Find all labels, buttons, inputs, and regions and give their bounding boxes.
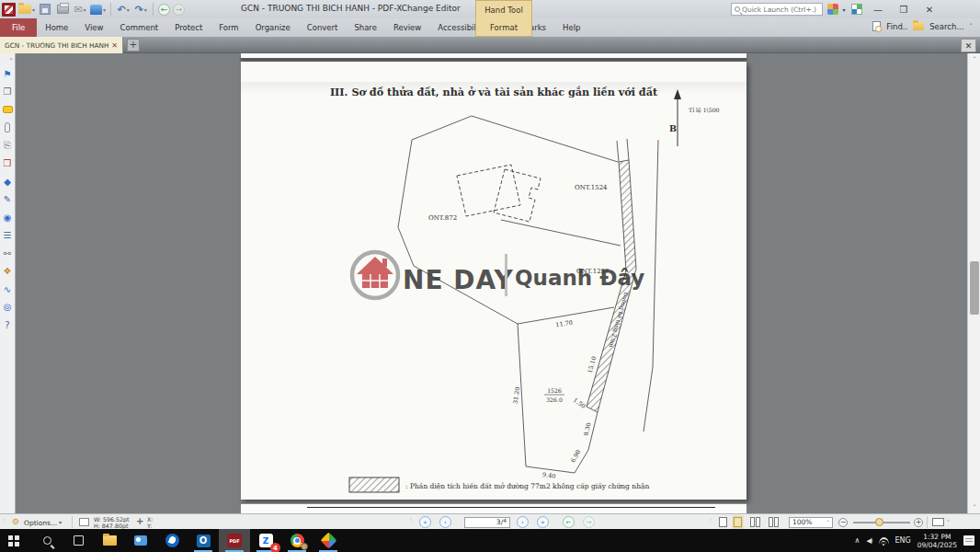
menu-review[interactable]: Review [385,18,429,37]
previous-page-button[interactable]: ‹ [439,516,451,528]
undo-button[interactable]: ↶▾ [116,2,131,17]
signatures-pane-icon[interactable]: ∿ [2,283,14,295]
menu-convert[interactable]: Convert [299,18,347,37]
quick-launch-input[interactable] [742,6,817,14]
comment-bubble-icon [3,106,13,113]
email-button[interactable]: ✉▾ [73,2,87,17]
cursor-position-icon: + [136,516,143,526]
blue-circle-app-button[interactable] [156,529,188,552]
fit-page-button[interactable] [932,518,944,526]
sidebar-collapse-icon[interactable]: « [9,55,13,62]
clock[interactable]: 1:32 PM09/04/2025 [917,533,957,549]
first-page-button[interactable]: « [419,516,431,528]
menu-protect[interactable]: Protect [166,18,211,37]
menu-view[interactable]: View [76,18,111,37]
task-view-button[interactable] [63,529,94,552]
destinations-pane-icon[interactable]: ◉ [2,212,14,224]
launcher-button[interactable] [849,2,864,17]
options-dropdown-icon[interactable]: ▾ [59,519,62,525]
outlook-button[interactable]: O [188,529,219,552]
ribbon-collapse-chevron[interactable]: ˅ [970,23,974,30]
chrome-button[interactable] [281,529,313,552]
last-page-button[interactable]: » [537,516,549,528]
search-button[interactable]: Search... [929,22,963,31]
options-button[interactable]: Options... [24,519,57,527]
view-back-button[interactable]: ← [563,516,575,528]
export-pane-icon[interactable]: ⎘ [2,140,14,152]
menu-comment[interactable]: Comment [112,18,167,37]
action-center-icon[interactable] [963,535,974,546]
wifi-icon[interactable] [879,537,889,545]
app-logo-icon[interactable] [2,3,16,17]
vertical-scrollbar[interactable]: ˄ ˅ [967,53,980,513]
redo-button[interactable]: ↷▾ [133,2,148,17]
start-button[interactable] [0,529,31,552]
page-number-field[interactable]: 3/4 [464,517,510,528]
taskbar-search-button[interactable] [31,529,63,552]
people-app-button[interactable] [125,529,156,552]
find-button[interactable]: Find.. [886,22,907,31]
save-button[interactable] [38,2,52,17]
zalo-button[interactable]: Z4 [250,529,281,552]
tabbar-close-button[interactable]: ✕ [961,39,976,52]
layers-pane-icon[interactable]: ◆ [2,176,14,188]
fit-width-view-icon[interactable] [734,517,742,527]
menu-organize[interactable]: Organize [247,18,299,37]
scrollbar-thumb[interactable] [970,261,979,315]
search-icon [43,536,51,545]
history-forward-button[interactable]: → [173,4,185,16]
fit-dropdown-icon[interactable]: ˅ [947,519,950,525]
zoom-in-button[interactable]: + [914,518,923,527]
help-pane-icon[interactable]: ? [2,319,14,331]
minimize-button[interactable]: — [868,2,888,17]
comments-pane-icon[interactable] [2,104,14,116]
hand-tool-tab[interactable]: Hand Tool [484,6,523,15]
active-document-tab[interactable]: GCN - TRUONG THI BICH HANH ✕ [0,37,123,53]
attachments-pane-icon[interactable] [2,121,14,133]
single-page-view-icon[interactable] [719,517,727,527]
profiles-button[interactable] [826,2,840,17]
menu-file[interactable]: File [0,18,37,37]
print-button[interactable] [55,2,70,17]
two-page-view-icon[interactable] [750,517,755,527]
menu-form[interactable]: Form [211,18,246,37]
scroll-up-arrow[interactable]: ˄ [968,53,980,65]
document-canvas[interactable]: III. Sơ đồ thửa đất, nhà ở và tài sản kh… [17,53,967,513]
history-back-button[interactable]: ← [158,4,170,16]
pdf-xchange-taskbar-button[interactable]: PDF [219,529,250,552]
multi-page-view-icon[interactable] [769,517,773,527]
links-pane-icon[interactable]: ⚯ [2,247,14,259]
file-explorer-button[interactable] [94,529,125,552]
colorful-app-button[interactable] [313,529,344,552]
open-file-button[interactable]: ▾ [18,2,35,17]
tab-close-icon[interactable]: ✕ [111,41,118,50]
menu-home[interactable]: Home [37,18,76,37]
fields-pane-icon[interactable]: ☰ [2,229,14,241]
accessibility-pane-icon[interactable]: ◎ [2,301,14,313]
zalo-notification-badge: 4 [270,543,280,552]
thumbnails-pane-icon[interactable]: ❐ [2,86,14,98]
format-tab[interactable]: Format [490,23,518,32]
next-page-button[interactable]: › [517,516,529,528]
menu-help[interactable]: Help [554,18,588,37]
new-tab-button[interactable]: + [127,39,140,52]
volume-icon[interactable]: ◀) [866,537,872,545]
tags-pane-icon[interactable]: ❖ [2,265,14,277]
menu-share[interactable]: Share [346,18,385,37]
tray-expand-chevron[interactable]: ∧ [855,536,860,545]
language-indicator[interactable]: ENG [895,536,911,545]
zoom-out-button[interactable]: − [838,518,848,527]
stamp-icon [90,5,102,15]
zoom-level-select[interactable]: 100% ˅ [789,517,833,528]
profiles-dropdown[interactable]: ▾ [840,2,848,17]
close-button[interactable]: ✕ [919,2,940,17]
windows-logo-icon [8,535,13,540]
stamps-pane-icon[interactable]: ❒ [2,157,14,169]
scroll-down-arrow[interactable]: ˅ [968,501,980,513]
view-forward-button[interactable]: → [583,516,595,528]
bookmarks-pane-icon[interactable]: ⚑ [2,68,14,80]
zoom-slider-knob[interactable] [875,518,883,526]
stamp-button[interactable]: ▾ [90,2,106,17]
maximize-button[interactable]: ❒ [894,2,914,17]
content-pane-icon[interactable]: ✎ [2,193,14,205]
